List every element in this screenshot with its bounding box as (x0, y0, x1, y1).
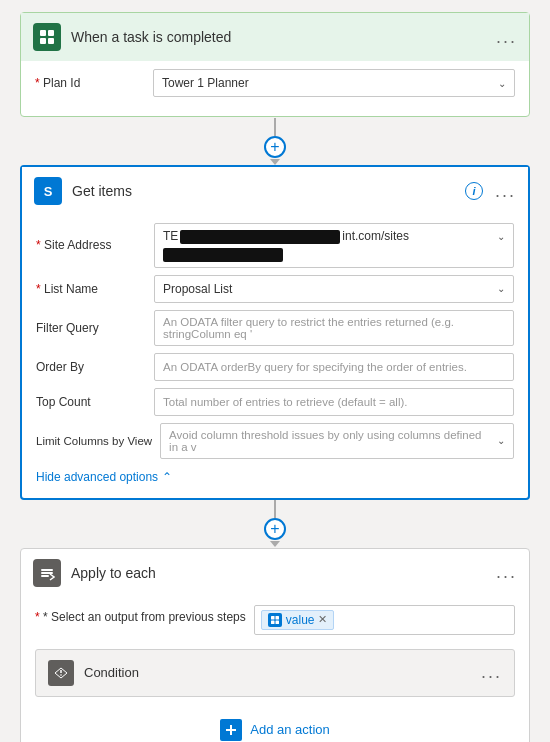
site-address-label: Site Address (36, 238, 146, 252)
plan-id-input[interactable]: Tower 1 Planner ⌄ (153, 69, 515, 97)
svg-rect-10 (275, 620, 279, 624)
svg-rect-5 (41, 572, 53, 574)
select-required-star: * (35, 610, 43, 624)
select-output-row: * * Select an output from previous steps… (21, 597, 529, 645)
limit-columns-label: Limit Columns by View (36, 435, 152, 447)
svg-rect-2 (40, 38, 46, 44)
svg-rect-7 (271, 616, 275, 620)
connector-arrow-1 (270, 159, 280, 165)
order-by-row: Order By An ODATA orderBy query for spec… (36, 353, 514, 381)
info-icon[interactable]: i (465, 182, 483, 200)
svg-rect-4 (41, 569, 53, 571)
svg-rect-3 (48, 38, 54, 44)
top-count-row: Top Count Total number of entries to ret… (36, 388, 514, 416)
connector-2: + (264, 500, 286, 548)
order-by-label: Order By (36, 360, 146, 374)
filter-query-label: Filter Query (36, 321, 146, 335)
condition-block[interactable]: Condition ... (35, 649, 515, 697)
connector-1: + (264, 117, 286, 165)
filter-query-row: Filter Query An ODATA filter query to re… (36, 310, 514, 346)
trigger-body: Plan Id Tower 1 Planner ⌄ (21, 61, 529, 116)
svg-rect-8 (275, 616, 279, 620)
value-token: value ✕ (261, 610, 335, 630)
chevron-up-icon: ⌃ (162, 470, 172, 484)
select-output-label: * * Select an output from previous steps (35, 605, 246, 624)
get-items-card: S Get items i ... Site Address TEint.com… (20, 165, 530, 500)
add-action-label: Add an action (250, 722, 330, 737)
apply-each-card: Apply to each ... * * Select an output f… (20, 548, 530, 742)
trigger-title: When a task is completed (71, 29, 486, 45)
apply-each-header: Apply to each ... (21, 549, 529, 597)
site-addr-prefix: TEint.com/sites (163, 229, 409, 244)
get-items-body: Site Address TEint.com/sites ⌄ List Name… (22, 215, 528, 498)
trigger-card-header: When a task is completed ... (21, 13, 529, 61)
plan-id-chevron: ⌄ (498, 78, 506, 89)
apply-each-title: Apply to each (71, 565, 486, 581)
connector-plus-1[interactable]: + (264, 136, 286, 158)
svg-rect-0 (40, 30, 46, 36)
trigger-dots[interactable]: ... (496, 27, 517, 48)
apply-icon (33, 559, 61, 587)
token-close[interactable]: ✕ (318, 613, 327, 626)
get-items-header: S Get items i ... (22, 167, 528, 215)
add-action-icon (220, 719, 242, 741)
plan-id-row: Plan Id Tower 1 Planner ⌄ (35, 69, 515, 97)
condition-dots[interactable]: ... (481, 662, 502, 683)
get-items-title: Get items (72, 183, 455, 199)
trigger-card: When a task is completed ... Plan Id Tow… (20, 12, 530, 117)
list-name-row: List Name Proposal List ⌄ (36, 275, 514, 303)
condition-icon (48, 660, 74, 686)
svg-rect-6 (41, 575, 49, 577)
limit-columns-row: Limit Columns by View Avoid column thres… (36, 423, 514, 459)
condition-title: Condition (84, 665, 471, 680)
svg-rect-1 (48, 30, 54, 36)
top-count-input[interactable]: Total number of entries to retrieve (def… (154, 388, 514, 416)
limit-columns-input[interactable]: Avoid column threshold issues by only us… (160, 423, 514, 459)
plan-id-label: Plan Id (35, 76, 145, 90)
list-name-input[interactable]: Proposal List ⌄ (154, 275, 514, 303)
site-address-input[interactable]: TEint.com/sites ⌄ (154, 223, 514, 268)
apply-each-dots[interactable]: ... (496, 562, 517, 583)
connector-line-top-2 (274, 500, 276, 518)
connector-plus-2[interactable]: + (264, 518, 286, 540)
site-addr-chevron: ⌄ (497, 231, 505, 242)
hide-advanced-btn[interactable]: Hide advanced options ⌃ (36, 466, 514, 486)
token-box[interactable]: value ✕ (254, 605, 515, 635)
svg-point-12 (60, 674, 62, 676)
limit-columns-chevron: ⌄ (497, 435, 505, 446)
connector-arrow-2 (270, 541, 280, 547)
sharepoint-icon: S (34, 177, 62, 205)
top-count-label: Top Count (36, 395, 146, 409)
site-address-row: Site Address TEint.com/sites ⌄ (36, 223, 514, 268)
connector-line-top-1 (274, 118, 276, 136)
trigger-icon (33, 23, 61, 51)
list-name-chevron: ⌄ (497, 283, 505, 294)
svg-rect-9 (271, 620, 275, 624)
filter-query-input[interactable]: An ODATA filter query to restrict the en… (154, 310, 514, 346)
token-sp-icon (268, 613, 282, 627)
add-action-row[interactable]: Add an action (21, 707, 529, 742)
list-name-label: List Name (36, 282, 146, 296)
get-items-dots[interactable]: ... (495, 181, 516, 202)
order-by-input[interactable]: An ODATA orderBy query for specifying th… (154, 353, 514, 381)
